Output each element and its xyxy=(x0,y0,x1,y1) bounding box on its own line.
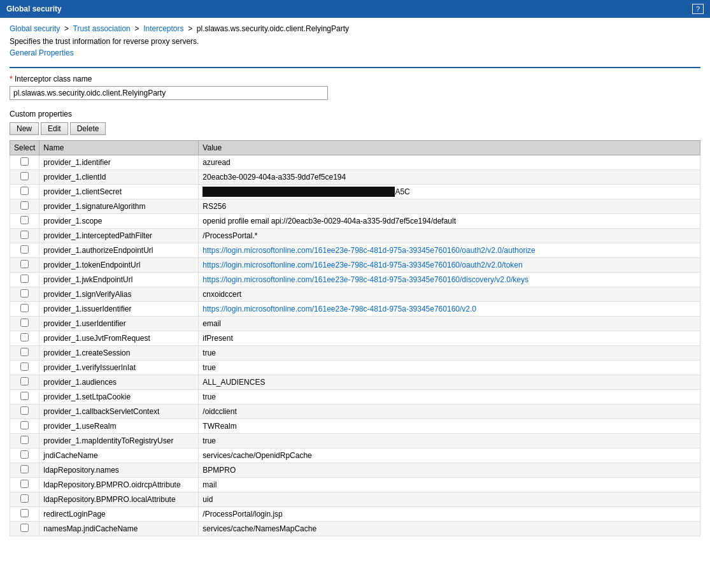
row-value-cell[interactable]: https://login.microsoftonline.com/161ee2… xyxy=(199,302,700,317)
row-name-cell: ldapRepository.BPMPRO.oidrcpAttribute xyxy=(39,478,199,492)
row-select-cell xyxy=(10,419,39,434)
row-select-cell xyxy=(10,317,39,331)
custom-properties-title: Custom properties xyxy=(10,110,700,118)
row-checkbox[interactable] xyxy=(20,480,29,488)
row-value-cell: true xyxy=(199,434,700,448)
row-checkbox[interactable] xyxy=(20,436,29,444)
row-name-cell: provider_1.useRealm xyxy=(39,419,199,434)
row-checkbox[interactable] xyxy=(20,465,29,473)
row-checkbox[interactable] xyxy=(20,216,29,224)
general-properties-link[interactable]: General Properties xyxy=(10,48,74,57)
row-select-cell xyxy=(10,507,39,522)
breadcrumb-global-security[interactable]: Global security xyxy=(10,24,60,33)
breadcrumb-current: pl.slawas.ws.security.oidc.client.Relyin… xyxy=(197,24,349,33)
row-checkbox[interactable] xyxy=(20,406,29,415)
row-value-cell: /ProcessPortal.* xyxy=(199,229,700,243)
row-value-cell[interactable]: https://login.microsoftonline.com/161ee2… xyxy=(199,243,700,258)
table-row: ldapRepository.BPMPRO.oidrcpAttributemai… xyxy=(10,478,700,492)
edit-button[interactable]: Edit xyxy=(41,122,68,135)
row-value-cell: ████████████████████████████A5C xyxy=(199,185,700,199)
masked-value: ████████████████████████████ xyxy=(202,187,395,197)
row-checkbox[interactable] xyxy=(20,201,29,210)
row-name-cell: ldapRepository.names xyxy=(39,463,199,478)
row-checkbox[interactable] xyxy=(20,275,29,283)
row-checkbox[interactable] xyxy=(20,333,29,341)
table-row: provider_1.scopeopenid profile email api… xyxy=(10,214,700,229)
row-checkbox[interactable] xyxy=(20,172,29,180)
row-value-cell: true xyxy=(199,346,700,361)
row-checkbox[interactable] xyxy=(20,231,29,239)
table-row: provider_1.useJvtFromRequestifPresent xyxy=(10,331,700,346)
row-value-cell: services/cache/OpenidRpCache xyxy=(199,448,700,463)
row-select-cell xyxy=(10,185,39,199)
custom-properties-section: Custom properties New Edit Delete Select… xyxy=(10,110,700,536)
row-value-cell: /ProcessPortal/login.jsp xyxy=(199,507,700,522)
row-name-cell: provider_1.mapIdentityToRegistryUser xyxy=(39,434,199,448)
table-row: provider_1.identifierazuread xyxy=(10,155,700,170)
table-row: provider_1.clientId20eacb3e-0029-404a-a3… xyxy=(10,170,700,185)
row-name-cell: provider_1.setLtpaCookie xyxy=(39,390,199,405)
window-title: Global security xyxy=(6,4,62,13)
row-checkbox[interactable] xyxy=(20,187,29,195)
interceptor-class-name-label: * Interceptor class name xyxy=(10,75,700,83)
table-row: provider_1.callbackServletContext/oidccl… xyxy=(10,405,700,419)
row-name-cell: ldapRepository.BPMPRO.localAttribute xyxy=(39,492,199,507)
row-value-link[interactable]: https://login.microsoftonline.com/161ee2… xyxy=(202,305,476,313)
table-body: provider_1.identifierazureadprovider_1.c… xyxy=(10,155,700,536)
row-name-cell: redirectLoginPage xyxy=(39,507,199,522)
row-checkbox[interactable] xyxy=(20,421,29,429)
row-select-cell xyxy=(10,287,39,302)
row-checkbox[interactable] xyxy=(20,157,29,166)
row-select-cell xyxy=(10,302,39,317)
row-select-cell xyxy=(10,273,39,287)
delete-button[interactable]: Delete xyxy=(70,122,106,135)
table-row: provider_1.audiencesALL_AUDIENCES xyxy=(10,375,700,390)
row-checkbox[interactable] xyxy=(20,289,29,298)
row-value-cell: cnxoidccert xyxy=(199,287,700,302)
row-name-cell: provider_1.scope xyxy=(39,214,199,229)
breadcrumb-trust-association[interactable]: Trust association xyxy=(73,24,131,33)
row-checkbox[interactable] xyxy=(20,392,29,400)
table-row: provider_1.signVerifyAliascnxoidccert xyxy=(10,287,700,302)
row-value-link[interactable]: https://login.microsoftonline.com/161ee2… xyxy=(202,261,522,269)
new-button[interactable]: New xyxy=(10,122,39,135)
row-name-cell: namesMap.jndiCacheName xyxy=(39,522,199,536)
row-name-cell: provider_1.interceptedPathFilter xyxy=(39,229,199,243)
row-checkbox[interactable] xyxy=(20,362,29,371)
row-select-cell xyxy=(10,346,39,361)
row-checkbox[interactable] xyxy=(20,348,29,356)
row-name-cell: provider_1.signatureAlgorithm xyxy=(39,199,199,214)
row-checkbox[interactable] xyxy=(20,494,29,503)
row-checkbox[interactable] xyxy=(20,509,29,517)
row-checkbox[interactable] xyxy=(20,524,29,532)
row-checkbox[interactable] xyxy=(20,319,29,327)
row-checkbox[interactable] xyxy=(20,245,29,254)
row-checkbox[interactable] xyxy=(20,304,29,312)
custom-properties-table: Select Name Value provider_1.identifiera… xyxy=(10,140,700,536)
row-name-cell: provider_1.callbackServletContext xyxy=(39,405,199,419)
row-value-cell: mail xyxy=(199,478,700,492)
row-value-link[interactable]: https://login.microsoftonline.com/161ee2… xyxy=(202,246,535,255)
interceptor-class-name-input[interactable] xyxy=(10,86,328,100)
row-checkbox[interactable] xyxy=(20,450,29,459)
breadcrumb-interceptors[interactable]: Interceptors xyxy=(143,24,183,33)
row-name-cell: provider_1.signVerifyAlias xyxy=(39,287,199,302)
row-select-cell xyxy=(10,478,39,492)
table-row: provider_1.authorizeEndpointUrlhttps://l… xyxy=(10,243,700,258)
row-name-cell: provider_1.identifier xyxy=(39,155,199,170)
row-checkbox[interactable] xyxy=(20,260,29,268)
row-value-link[interactable]: https://login.microsoftonline.com/161ee2… xyxy=(202,275,529,284)
row-value-cell[interactable]: https://login.microsoftonline.com/161ee2… xyxy=(199,273,700,287)
row-value-cell[interactable]: https://login.microsoftonline.com/161ee2… xyxy=(199,258,700,273)
table-row: provider_1.tokenEndpointUrlhttps://login… xyxy=(10,258,700,273)
row-select-cell xyxy=(10,405,39,419)
help-button[interactable]: ? xyxy=(692,4,704,14)
row-checkbox[interactable] xyxy=(20,377,29,385)
row-name-cell: provider_1.tokenEndpointUrl xyxy=(39,258,199,273)
col-header-value: Value xyxy=(199,141,700,155)
table-row: provider_1.useRealmTWRealm xyxy=(10,419,700,434)
table-row: provider_1.issuerIdentifierhttps://login… xyxy=(10,302,700,317)
row-name-cell: provider_1.useJvtFromRequest xyxy=(39,331,199,346)
row-select-cell xyxy=(10,155,39,170)
row-value-cell: RS256 xyxy=(199,199,700,214)
